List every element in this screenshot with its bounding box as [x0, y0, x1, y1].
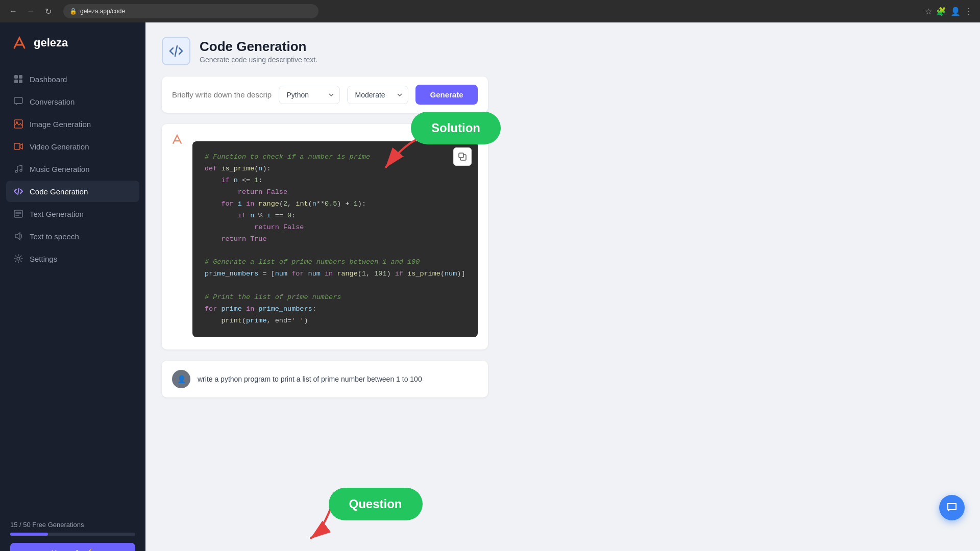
- geleza-watermark-icon: [170, 132, 184, 149]
- code-line-8: return True: [205, 234, 465, 245]
- sidebar-item-label-speech: Text to speech: [30, 232, 79, 241]
- main-content: Code Generation Generate code using desc…: [145, 22, 504, 551]
- sidebar-item-label-video: Video Generation: [30, 142, 89, 151]
- sidebar-item-image-generation[interactable]: Image Generation: [6, 113, 139, 135]
- browser-chrome: ← → ↻ 🔒 geleza.app/code ☆ 🧩 👤 ⋮: [0, 0, 980, 22]
- code-line-2: def is_prime(n):: [205, 163, 465, 175]
- svg-rect-3: [19, 80, 22, 83]
- sidebar-item-video-generation[interactable]: Video Generation: [6, 136, 139, 157]
- text-icon: [13, 209, 23, 219]
- solution-annotation: Solution: [411, 112, 501, 144]
- free-gen-label: 15 / 50 Free Generations: [10, 521, 135, 529]
- sidebar: geleza Dashboard Conversation: [0, 22, 145, 551]
- code-line-blank1: [205, 245, 465, 257]
- sidebar-bottom: 15 / 50 Free Generations Upgrade ⚡: [0, 513, 145, 551]
- svg-rect-4: [14, 97, 22, 104]
- chat-fab[interactable]: [939, 495, 965, 520]
- page-header: Code Generation Generate code using desc…: [162, 37, 488, 65]
- code-line-12: for prime in prime_numbers:: [205, 304, 465, 315]
- sidebar-item-text-generation[interactable]: Text Generation: [6, 203, 139, 224]
- sidebar-item-text-to-speech[interactable]: Text to speech: [6, 226, 139, 247]
- sidebar-item-label-music: Music Generation: [30, 165, 90, 173]
- copy-button[interactable]: [453, 147, 472, 166]
- page-header-text: Code Generation Generate code using desc…: [200, 39, 317, 64]
- sidebar-item-label-dashboard: Dashboard: [30, 75, 67, 84]
- language-select[interactable]: Python JavaScript TypeScript Java C++: [279, 86, 340, 104]
- profile-button[interactable]: 👤: [950, 7, 961, 16]
- code-area: # Function to check if a number is prime…: [162, 124, 488, 349]
- code-line-4: return False: [205, 187, 465, 198]
- svg-point-11: [17, 257, 20, 260]
- upgrade-button[interactable]: Upgrade ⚡: [10, 543, 135, 551]
- dashboard-icon: [13, 74, 23, 84]
- refresh-button[interactable]: ↻: [42, 7, 54, 16]
- browser-actions: ☆ 🧩 👤 ⋮: [925, 7, 973, 16]
- logo-icon: [10, 34, 29, 52]
- code-line-7: return False: [205, 222, 465, 234]
- code-line-blank2: [205, 280, 465, 292]
- lock-icon: 🔒: [69, 8, 77, 15]
- question-text: write a python program to print a list o…: [198, 375, 422, 383]
- code-line-1: # Function to check if a number is prime: [205, 152, 465, 163]
- user-avatar: 👤: [172, 370, 190, 388]
- page-header-icon: [162, 37, 190, 65]
- generate-button[interactable]: Generate: [415, 85, 477, 105]
- extensions-button[interactable]: 🧩: [936, 7, 946, 16]
- sidebar-item-label-text: Text Generation: [30, 210, 84, 218]
- music-icon: [13, 164, 23, 174]
- svg-rect-13: [459, 153, 463, 158]
- url-text: geleza.app/code: [80, 8, 125, 15]
- svg-point-9: [20, 169, 22, 171]
- svg-point-8: [15, 170, 17, 172]
- code-line-5: for i in range(2, int(n**0.5) + 1):: [205, 198, 465, 210]
- forward-button[interactable]: →: [24, 7, 37, 16]
- chat-icon: [13, 96, 23, 107]
- question-annotation: Question: [329, 488, 423, 520]
- code-line-13: print(prime, end=' '): [205, 315, 465, 327]
- svg-rect-7: [14, 143, 20, 149]
- code-line-10: prime_numbers = [num for num in range(1,…: [205, 268, 465, 280]
- sidebar-item-label-conversation: Conversation: [30, 97, 75, 106]
- address-bar[interactable]: 🔒 geleza.app/code: [63, 4, 318, 18]
- svg-rect-1: [19, 75, 22, 79]
- menu-button[interactable]: ⋮: [965, 7, 973, 16]
- sidebar-item-label-image: Image Generation: [30, 120, 91, 129]
- image-icon: [13, 119, 23, 129]
- svg-rect-2: [14, 80, 18, 83]
- speaker-icon: [13, 231, 23, 241]
- difficulty-select[interactable]: Easy Moderate Hard: [347, 86, 408, 104]
- gear-icon: [13, 254, 23, 264]
- logo-area: geleza: [0, 22, 145, 63]
- star-button[interactable]: ☆: [925, 7, 932, 16]
- code-line-6: if n % i == 0:: [205, 210, 465, 222]
- code-line-11: # Print the list of prime numbers: [205, 292, 465, 304]
- sidebar-item-music-generation[interactable]: Music Generation: [6, 158, 139, 180]
- progress-bar-bg: [10, 533, 135, 536]
- back-button[interactable]: ←: [7, 7, 19, 16]
- page-subtitle: Generate code using descriptive text.: [200, 56, 317, 64]
- page-title: Code Generation: [200, 39, 317, 55]
- sidebar-item-conversation[interactable]: Conversation: [6, 91, 139, 112]
- svg-rect-0: [14, 75, 18, 79]
- progress-bar-fill: [10, 533, 48, 536]
- sidebar-nav: Dashboard Conversation Image Generation: [0, 63, 145, 513]
- code-line-9: # Generate a list of prime numbers betwe…: [205, 257, 465, 268]
- sidebar-item-settings[interactable]: Settings: [6, 248, 139, 269]
- sidebar-item-label-settings: Settings: [30, 255, 57, 263]
- question-area: 👤 write a python program to print a list…: [162, 361, 488, 397]
- sidebar-item-dashboard[interactable]: Dashboard: [6, 68, 139, 90]
- code-block: # Function to check if a number is prime…: [192, 141, 478, 337]
- logo-text: geleza: [34, 36, 68, 49]
- code-icon: [13, 186, 23, 196]
- video-icon: [13, 141, 23, 152]
- sidebar-item-label-code: Code Generation: [30, 187, 88, 196]
- input-row: Python JavaScript TypeScript Java C++ Ea…: [162, 77, 488, 113]
- sidebar-item-code-generation[interactable]: Code Generation: [6, 181, 139, 202]
- code-line-3: if n <= 1:: [205, 175, 465, 187]
- code-input[interactable]: [172, 90, 272, 99]
